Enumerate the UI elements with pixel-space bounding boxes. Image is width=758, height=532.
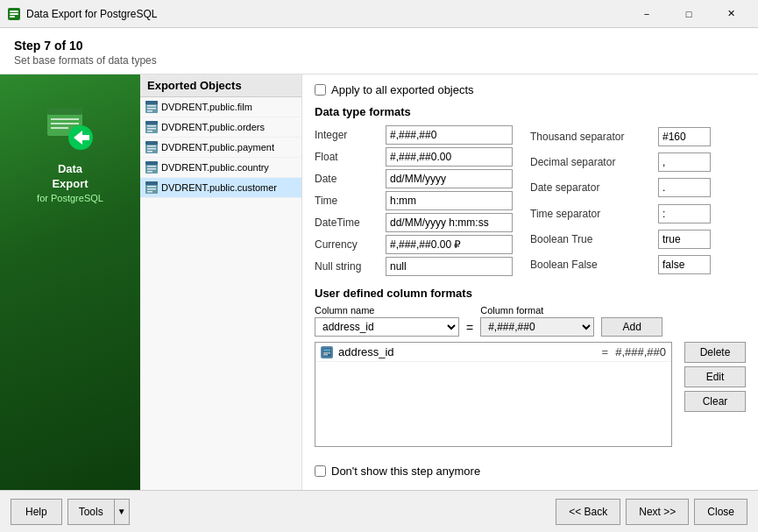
svg-rect-38 bbox=[323, 352, 330, 354]
step-subtitle: Set base formats of data types bbox=[14, 54, 744, 67]
step-label: Step 7 of 10 bbox=[14, 39, 744, 53]
format-row-input[interactable] bbox=[386, 147, 513, 167]
row-equals: = bbox=[602, 345, 609, 358]
format-right-input[interactable] bbox=[658, 255, 711, 274]
maximize-button[interactable]: □ bbox=[669, 4, 709, 25]
svg-rect-1 bbox=[10, 11, 18, 12]
back-button[interactable]: << Back bbox=[556, 499, 620, 525]
title-bar: Data Export for PostgreSQL − □ ✕ bbox=[0, 0, 758, 28]
row-icon bbox=[321, 346, 333, 358]
svg-rect-30 bbox=[147, 171, 152, 173]
equals-sign: = bbox=[466, 321, 473, 335]
svg-rect-27 bbox=[145, 161, 158, 165]
footer-left: Help bbox=[11, 499, 62, 525]
delete-button[interactable]: Delete bbox=[684, 342, 746, 363]
close-window-button[interactable]: ✕ bbox=[711, 4, 751, 25]
object-list-item[interactable]: DVDRENT.public.orders bbox=[140, 117, 301, 138]
object-list-item[interactable]: DVDRENT.public.film bbox=[140, 97, 301, 117]
object-item-label: DVDRENT.public.payment bbox=[161, 142, 274, 153]
format-right-input[interactable] bbox=[658, 204, 711, 223]
next-button[interactable]: Next >> bbox=[626, 499, 689, 525]
user-defined-header: User defined column formats bbox=[315, 287, 746, 300]
svg-rect-7 bbox=[51, 123, 79, 124]
body: Data Export for PostgreSQL Exported Obje… bbox=[0, 74, 758, 490]
table-row-container: address_id = #,###,##0 Delete Edit Clear bbox=[315, 342, 746, 456]
format-row-input[interactable] bbox=[386, 235, 513, 254]
format-row-label: Currency bbox=[315, 238, 380, 251]
object-list-panel: Exported Objects DVDRENT.public.film DVD… bbox=[140, 74, 302, 490]
apply-all-row: Apply to all exported objects bbox=[315, 83, 746, 96]
tools-arrow-button[interactable]: ▼ bbox=[114, 499, 130, 525]
row-value: #,###,##0 bbox=[615, 345, 666, 358]
formats-container: IntegerFloatDateTimeDateTimeCurrencyNull… bbox=[315, 125, 746, 276]
svg-rect-14 bbox=[147, 108, 156, 110]
svg-rect-32 bbox=[145, 181, 158, 185]
tools-button[interactable]: Tools bbox=[67, 499, 114, 525]
table-row[interactable]: address_id = #,###,##0 bbox=[315, 343, 671, 362]
dont-show-label[interactable]: Don't show this step anymore bbox=[331, 465, 480, 478]
object-list-item[interactable]: DVDRENT.public.country bbox=[140, 158, 301, 178]
format-right-label: Date separator bbox=[530, 181, 653, 194]
object-item-label: DVDRENT.public.customer bbox=[161, 182, 277, 193]
svg-rect-34 bbox=[147, 188, 156, 190]
svg-rect-3 bbox=[10, 16, 15, 18]
format-right-input[interactable] bbox=[658, 230, 711, 249]
clear-button[interactable]: Clear bbox=[684, 391, 746, 412]
svg-rect-19 bbox=[147, 128, 156, 130]
svg-rect-29 bbox=[147, 168, 156, 170]
window-controls: − □ ✕ bbox=[627, 4, 751, 25]
table-icon bbox=[145, 161, 158, 174]
logo-area: Data Export for PostgreSQL bbox=[28, 92, 112, 213]
column-name-select[interactable]: address_id bbox=[315, 317, 459, 337]
table-icon bbox=[145, 121, 158, 133]
object-list-item[interactable]: DVDRENT.public.payment bbox=[140, 138, 301, 158]
format-right-input[interactable] bbox=[658, 178, 711, 197]
add-btn-group: Add bbox=[601, 305, 662, 337]
col-name-row: Column name address_id = Column format #… bbox=[315, 305, 746, 337]
action-buttons: Delete Edit Clear bbox=[684, 342, 746, 412]
data-type-formats-header: Data type formats bbox=[315, 105, 746, 118]
footer-tools-group: Tools ▼ bbox=[67, 499, 130, 525]
col-name-group: Column name address_id bbox=[315, 305, 459, 337]
format-row-input[interactable] bbox=[386, 125, 513, 145]
svg-rect-2 bbox=[10, 13, 18, 15]
header: Step 7 of 10 Set base formats of data ty… bbox=[0, 28, 758, 74]
svg-rect-8 bbox=[51, 127, 68, 129]
format-row-label: Date bbox=[315, 173, 380, 185]
help-button[interactable]: Help bbox=[11, 499, 62, 525]
column-format-select[interactable]: #,###,##0 bbox=[480, 317, 594, 337]
dont-show-checkbox[interactable] bbox=[315, 465, 326, 477]
row-name: address_id bbox=[338, 345, 595, 358]
object-list-header: Exported Objects bbox=[140, 74, 301, 97]
object-item-label: DVDRENT.public.country bbox=[161, 162, 269, 173]
user-column-table[interactable]: address_id = #,###,##0 bbox=[315, 342, 672, 447]
format-row-input[interactable] bbox=[386, 213, 513, 232]
format-row-input[interactable] bbox=[386, 191, 513, 210]
logo-icon bbox=[44, 101, 96, 153]
format-right-label: Boolean True bbox=[530, 233, 653, 245]
add-button[interactable]: Add bbox=[601, 317, 662, 337]
logo-text: Data Export for PostgreSQL bbox=[37, 162, 103, 204]
footer-right: << Back Next >> Close bbox=[556, 499, 747, 525]
svg-rect-23 bbox=[147, 145, 156, 147]
svg-rect-24 bbox=[147, 148, 156, 150]
svg-rect-17 bbox=[145, 121, 158, 124]
format-row-input[interactable] bbox=[386, 169, 513, 188]
format-right-input[interactable] bbox=[658, 127, 711, 146]
apply-all-label[interactable]: Apply to all exported objects bbox=[331, 83, 474, 96]
format-right-input[interactable] bbox=[658, 153, 711, 172]
format-row-label: Null string bbox=[315, 260, 380, 273]
right-panel: Apply to all exported objects Data type … bbox=[302, 74, 758, 490]
user-defined-section: User defined column formats Column name … bbox=[315, 287, 746, 456]
object-item-label: DVDRENT.public.orders bbox=[161, 122, 265, 132]
table-icon bbox=[145, 141, 158, 153]
object-list-item[interactable]: DVDRENT.public.customer bbox=[140, 178, 301, 198]
close-button[interactable]: Close bbox=[694, 499, 747, 525]
format-right-label: Boolean False bbox=[530, 259, 653, 271]
minimize-button[interactable]: − bbox=[627, 4, 667, 25]
edit-button[interactable]: Edit bbox=[684, 366, 746, 387]
format-row-input[interactable] bbox=[386, 257, 513, 276]
svg-rect-5 bbox=[47, 108, 82, 115]
format-row-label: Integer bbox=[315, 129, 380, 141]
apply-all-checkbox[interactable] bbox=[315, 84, 326, 96]
